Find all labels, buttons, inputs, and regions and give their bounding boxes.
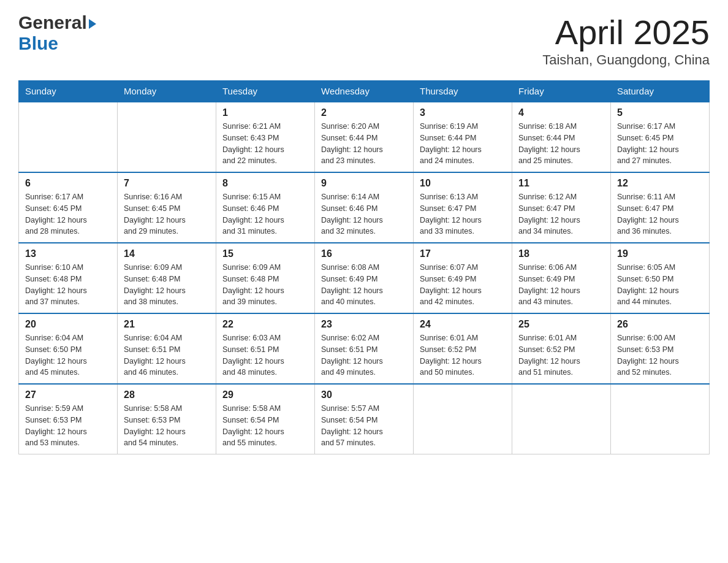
logo: General Blue <box>18 12 96 54</box>
day-number: 5 <box>617 107 703 118</box>
calendar-week-row: 13Sunrise: 6:10 AM Sunset: 6:48 PM Dayli… <box>19 243 710 313</box>
day-number: 21 <box>124 319 210 330</box>
header-wednesday: Wednesday <box>315 81 414 102</box>
calendar-cell: 25Sunrise: 6:01 AM Sunset: 6:52 PM Dayli… <box>512 313 611 384</box>
day-number: 8 <box>222 178 308 189</box>
calendar-cell: 6Sunrise: 6:17 AM Sunset: 6:45 PM Daylig… <box>19 172 118 243</box>
calendar-cell: 26Sunrise: 6:00 AM Sunset: 6:53 PM Dayli… <box>611 313 710 384</box>
day-number: 18 <box>518 248 604 259</box>
day-number: 27 <box>25 389 111 400</box>
day-number: 29 <box>222 389 308 400</box>
calendar-cell <box>118 102 216 172</box>
header-saturday: Saturday <box>611 81 710 102</box>
calendar-cell: 9Sunrise: 6:14 AM Sunset: 6:46 PM Daylig… <box>315 172 414 243</box>
day-number: 23 <box>321 319 407 330</box>
day-info: Sunrise: 5:58 AM Sunset: 6:54 PM Dayligh… <box>222 403 308 449</box>
logo-triangle-icon <box>89 19 96 29</box>
day-info: Sunrise: 6:07 AM Sunset: 6:49 PM Dayligh… <box>420 262 506 308</box>
calendar-subtitle: Taishan, Guangdong, China <box>542 52 710 68</box>
day-info: Sunrise: 6:01 AM Sunset: 6:52 PM Dayligh… <box>420 332 506 378</box>
calendar-cell: 20Sunrise: 6:04 AM Sunset: 6:50 PM Dayli… <box>19 313 118 384</box>
calendar-cell: 30Sunrise: 5:57 AM Sunset: 6:54 PM Dayli… <box>315 384 414 454</box>
day-info: Sunrise: 6:17 AM Sunset: 6:45 PM Dayligh… <box>617 121 703 167</box>
calendar-cell: 29Sunrise: 5:58 AM Sunset: 6:54 PM Dayli… <box>216 384 315 454</box>
calendar-header-row: Sunday Monday Tuesday Wednesday Thursday… <box>19 81 710 102</box>
calendar-week-row: 27Sunrise: 5:59 AM Sunset: 6:53 PM Dayli… <box>19 384 710 454</box>
day-number: 17 <box>420 248 506 259</box>
day-info: Sunrise: 6:13 AM Sunset: 6:47 PM Dayligh… <box>420 191 506 237</box>
day-number: 4 <box>518 107 604 118</box>
day-number: 19 <box>617 248 703 259</box>
day-info: Sunrise: 6:01 AM Sunset: 6:52 PM Dayligh… <box>518 332 604 378</box>
calendar-cell: 5Sunrise: 6:17 AM Sunset: 6:45 PM Daylig… <box>611 102 710 172</box>
title-block: April 2025 Taishan, Guangdong, China <box>542 12 710 68</box>
calendar-cell: 1Sunrise: 6:21 AM Sunset: 6:43 PM Daylig… <box>216 102 315 172</box>
day-info: Sunrise: 6:09 AM Sunset: 6:48 PM Dayligh… <box>222 262 308 308</box>
day-info: Sunrise: 5:59 AM Sunset: 6:53 PM Dayligh… <box>25 403 111 449</box>
calendar-cell: 19Sunrise: 6:05 AM Sunset: 6:50 PM Dayli… <box>611 243 710 313</box>
day-number: 13 <box>25 248 111 259</box>
calendar-week-row: 6Sunrise: 6:17 AM Sunset: 6:45 PM Daylig… <box>19 172 710 243</box>
calendar-cell <box>414 384 512 454</box>
day-number: 1 <box>222 107 308 118</box>
calendar-cell: 12Sunrise: 6:11 AM Sunset: 6:47 PM Dayli… <box>611 172 710 243</box>
day-info: Sunrise: 6:04 AM Sunset: 6:51 PM Dayligh… <box>124 332 210 378</box>
day-info: Sunrise: 6:16 AM Sunset: 6:45 PM Dayligh… <box>124 191 210 237</box>
day-info: Sunrise: 6:12 AM Sunset: 6:47 PM Dayligh… <box>518 191 604 237</box>
calendar-cell: 8Sunrise: 6:15 AM Sunset: 6:46 PM Daylig… <box>216 172 315 243</box>
day-info: Sunrise: 6:00 AM Sunset: 6:53 PM Dayligh… <box>617 332 703 378</box>
header-friday: Friday <box>512 81 611 102</box>
calendar-title: April 2025 <box>542 12 710 52</box>
page-header: General Blue April 2025 Taishan, Guangdo… <box>18 12 710 68</box>
header-thursday: Thursday <box>414 81 512 102</box>
calendar-cell: 4Sunrise: 6:18 AM Sunset: 6:44 PM Daylig… <box>512 102 611 172</box>
day-number: 22 <box>222 319 308 330</box>
day-info: Sunrise: 6:08 AM Sunset: 6:49 PM Dayligh… <box>321 262 407 308</box>
day-info: Sunrise: 6:06 AM Sunset: 6:49 PM Dayligh… <box>518 262 604 308</box>
day-info: Sunrise: 6:05 AM Sunset: 6:50 PM Dayligh… <box>617 262 703 308</box>
day-info: Sunrise: 6:04 AM Sunset: 6:50 PM Dayligh… <box>25 332 111 378</box>
day-number: 24 <box>420 319 506 330</box>
header-sunday: Sunday <box>19 81 118 102</box>
calendar-cell: 7Sunrise: 6:16 AM Sunset: 6:45 PM Daylig… <box>118 172 216 243</box>
calendar-cell: 10Sunrise: 6:13 AM Sunset: 6:47 PM Dayli… <box>414 172 512 243</box>
day-number: 3 <box>420 107 506 118</box>
day-info: Sunrise: 6:19 AM Sunset: 6:44 PM Dayligh… <box>420 121 506 167</box>
calendar-cell: 14Sunrise: 6:09 AM Sunset: 6:48 PM Dayli… <box>118 243 216 313</box>
calendar-cell <box>19 102 118 172</box>
day-number: 14 <box>124 248 210 259</box>
calendar-week-row: 20Sunrise: 6:04 AM Sunset: 6:50 PM Dayli… <box>19 313 710 384</box>
day-info: Sunrise: 5:58 AM Sunset: 6:53 PM Dayligh… <box>124 403 210 449</box>
calendar-cell: 17Sunrise: 6:07 AM Sunset: 6:49 PM Dayli… <box>414 243 512 313</box>
day-number: 11 <box>518 178 604 189</box>
calendar-cell: 27Sunrise: 5:59 AM Sunset: 6:53 PM Dayli… <box>19 384 118 454</box>
day-number: 7 <box>124 178 210 189</box>
day-info: Sunrise: 6:02 AM Sunset: 6:51 PM Dayligh… <box>321 332 407 378</box>
calendar-cell: 24Sunrise: 6:01 AM Sunset: 6:52 PM Dayli… <box>414 313 512 384</box>
logo-general-text: General <box>18 12 87 33</box>
day-info: Sunrise: 6:18 AM Sunset: 6:44 PM Dayligh… <box>518 121 604 167</box>
day-number: 2 <box>321 107 407 118</box>
header-tuesday: Tuesday <box>216 81 315 102</box>
day-info: Sunrise: 6:11 AM Sunset: 6:47 PM Dayligh… <box>617 191 703 237</box>
calendar-cell: 2Sunrise: 6:20 AM Sunset: 6:44 PM Daylig… <box>315 102 414 172</box>
calendar-table: Sunday Monday Tuesday Wednesday Thursday… <box>18 80 710 454</box>
day-info: Sunrise: 6:17 AM Sunset: 6:45 PM Dayligh… <box>25 191 111 237</box>
day-info: Sunrise: 5:57 AM Sunset: 6:54 PM Dayligh… <box>321 403 407 449</box>
day-number: 30 <box>321 389 407 400</box>
calendar-cell: 22Sunrise: 6:03 AM Sunset: 6:51 PM Dayli… <box>216 313 315 384</box>
logo-blue-text: Blue <box>18 33 58 53</box>
header-monday: Monday <box>118 81 216 102</box>
day-number: 16 <box>321 248 407 259</box>
day-info: Sunrise: 6:14 AM Sunset: 6:46 PM Dayligh… <box>321 191 407 237</box>
calendar-cell: 21Sunrise: 6:04 AM Sunset: 6:51 PM Dayli… <box>118 313 216 384</box>
calendar-week-row: 1Sunrise: 6:21 AM Sunset: 6:43 PM Daylig… <box>19 102 710 172</box>
day-number: 15 <box>222 248 308 259</box>
day-info: Sunrise: 6:21 AM Sunset: 6:43 PM Dayligh… <box>222 121 308 167</box>
day-number: 12 <box>617 178 703 189</box>
day-number: 9 <box>321 178 407 189</box>
day-number: 28 <box>124 389 210 400</box>
calendar-cell: 15Sunrise: 6:09 AM Sunset: 6:48 PM Dayli… <box>216 243 315 313</box>
calendar-cell <box>512 384 611 454</box>
day-number: 26 <box>617 319 703 330</box>
